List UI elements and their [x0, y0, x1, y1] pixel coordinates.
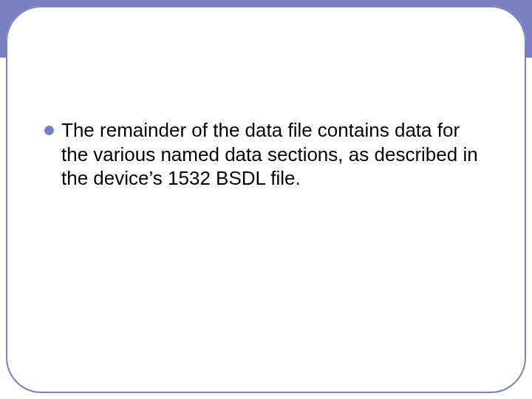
bullet-icon	[44, 126, 54, 135]
bullet-text: The remainder of the data file contains …	[61, 118, 488, 191]
slide-content: The remainder of the data file contains …	[44, 118, 488, 191]
slide-frame	[6, 6, 526, 393]
bullet-item: The remainder of the data file contains …	[44, 118, 488, 191]
